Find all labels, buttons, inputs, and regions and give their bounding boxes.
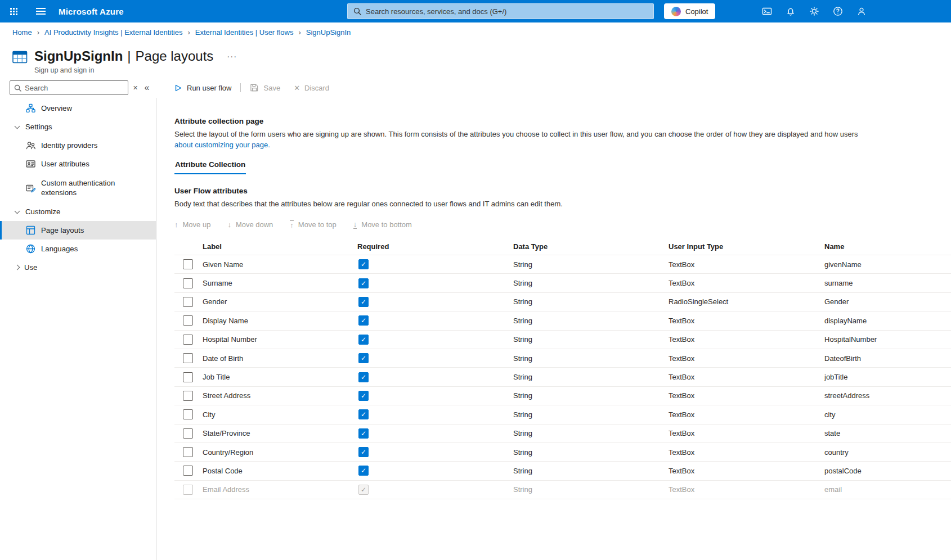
page-layouts-icon bbox=[26, 225, 35, 235]
sidebar-item-identity-providers[interactable]: Identity providers bbox=[0, 136, 156, 155]
overview-icon bbox=[26, 103, 35, 113]
attributes-table-header: Label Required Data Type User Input Type… bbox=[174, 238, 951, 255]
required-checkbox[interactable] bbox=[358, 409, 369, 419]
row-label: Date of Birth bbox=[203, 354, 357, 363]
customize-page-link[interactable]: about customizing your page. bbox=[174, 139, 270, 150]
required-checkbox[interactable] bbox=[358, 297, 369, 307]
sidebar-search-input[interactable] bbox=[25, 84, 124, 92]
row-select-checkbox[interactable] bbox=[183, 428, 193, 439]
help-button[interactable] bbox=[826, 0, 850, 22]
row-data-type: String bbox=[513, 297, 669, 306]
row-select-checkbox[interactable] bbox=[183, 447, 193, 457]
row-user-input-type: TextBox bbox=[669, 260, 824, 269]
table-row: Hospital Number String TextBox HospitalN… bbox=[174, 331, 951, 349]
row-label: Postal Code bbox=[203, 467, 357, 475]
breadcrumb-user-flows[interactable]: External Identities | User flows bbox=[195, 28, 294, 37]
sidebar-group-settings[interactable]: Settings bbox=[0, 118, 156, 136]
row-data-type: String bbox=[513, 448, 669, 457]
sidebar-item-custom-auth-extensions[interactable]: Custom authentication extensions bbox=[0, 173, 156, 202]
row-data-type: String bbox=[513, 391, 669, 400]
move-to-top-button[interactable]: ↑ Move to top bbox=[290, 220, 336, 229]
custom-auth-extensions-icon bbox=[26, 183, 35, 193]
table-row: State/Province String TextBox state bbox=[174, 424, 951, 443]
content-area: Run user flow Save ✕ Discard Attribute c… bbox=[156, 78, 951, 560]
required-checkbox[interactable] bbox=[358, 278, 369, 288]
required-checkbox[interactable] bbox=[358, 335, 369, 345]
breadcrumb-external-identities[interactable]: AI Productivity Insights | External Iden… bbox=[44, 28, 182, 37]
row-select-checkbox[interactable] bbox=[183, 335, 193, 345]
product-title: Microsoft Azure bbox=[59, 7, 124, 16]
required-checkbox[interactable] bbox=[358, 391, 369, 401]
breadcrumb-separator: › bbox=[37, 28, 39, 37]
chevron-down-icon bbox=[15, 123, 20, 129]
gear-icon bbox=[809, 6, 819, 16]
table-row: Surname String TextBox surname bbox=[174, 274, 951, 292]
required-checkbox[interactable] bbox=[358, 353, 369, 363]
move-toolbar: ↑ Move up ↓ Move down ↑ Move to top ↓ Mo… bbox=[174, 216, 951, 232]
row-label: City bbox=[203, 410, 357, 419]
row-select-checkbox[interactable] bbox=[183, 466, 193, 476]
sidebar-item-label: Page layouts bbox=[41, 226, 84, 234]
row-select-checkbox[interactable] bbox=[183, 409, 193, 419]
cloud-shell-button[interactable] bbox=[755, 0, 779, 22]
required-checkbox[interactable] bbox=[358, 428, 369, 439]
collapse-sidebar-button[interactable]: « bbox=[142, 83, 151, 93]
move-to-bottom-button[interactable]: ↓ Move to bottom bbox=[353, 220, 412, 229]
row-select-checkbox[interactable] bbox=[183, 353, 193, 363]
hamburger-menu-button[interactable] bbox=[27, 0, 54, 22]
sidebar-search[interactable] bbox=[10, 80, 128, 95]
move-up-button[interactable]: ↑ Move up bbox=[174, 220, 210, 229]
required-checkbox[interactable] bbox=[358, 259, 369, 269]
attributes-table: Label Required Data Type User Input Type… bbox=[174, 238, 951, 499]
save-button[interactable]: Save bbox=[250, 83, 280, 92]
row-select-checkbox[interactable] bbox=[183, 372, 193, 382]
sidebar-item-page-layouts[interactable]: Page layouts bbox=[0, 221, 156, 240]
notifications-button[interactable] bbox=[779, 0, 802, 22]
required-checkbox[interactable] bbox=[358, 372, 369, 382]
command-bar-divider bbox=[240, 83, 241, 92]
sidebar-item-languages[interactable]: Languages bbox=[0, 240, 156, 258]
discard-button[interactable]: ✕ Discard bbox=[294, 84, 329, 92]
global-search-input[interactable] bbox=[366, 7, 648, 16]
required-checkbox[interactable] bbox=[358, 447, 369, 457]
copilot-button[interactable]: Copilot bbox=[664, 3, 715, 19]
breadcrumb-signupsignin[interactable]: SignUpSignIn bbox=[306, 28, 351, 37]
run-user-flow-button[interactable]: Run user flow bbox=[174, 84, 231, 92]
sidebar-item-user-attributes[interactable]: User attributes bbox=[0, 155, 156, 173]
app-launcher-button[interactable] bbox=[0, 0, 27, 22]
arrow-to-top-icon: ↑ bbox=[290, 220, 294, 229]
move-down-button[interactable]: ↓ Move down bbox=[227, 220, 273, 229]
row-data-type: String bbox=[513, 429, 669, 437]
feedback-button[interactable] bbox=[850, 0, 873, 22]
more-button[interactable]: ··· bbox=[227, 53, 237, 59]
tab-attribute-collection[interactable]: Attribute Collection bbox=[174, 158, 246, 174]
row-select-checkbox[interactable] bbox=[183, 391, 193, 401]
row-select-checkbox[interactable] bbox=[183, 297, 193, 307]
row-data-type: String bbox=[513, 373, 669, 381]
sidebar-group-customize[interactable]: Customize bbox=[0, 202, 156, 221]
row-data-type: String bbox=[513, 410, 669, 419]
title-separator: | bbox=[127, 48, 131, 64]
sidebar-group-use[interactable]: Use bbox=[0, 258, 156, 277]
row-name: displayName bbox=[824, 317, 951, 325]
settings-button[interactable] bbox=[802, 0, 826, 22]
header-user-input-type: User Input Type bbox=[669, 242, 824, 251]
row-select-checkbox[interactable] bbox=[183, 315, 193, 326]
required-checkbox[interactable] bbox=[358, 466, 369, 476]
required-checkbox bbox=[358, 485, 369, 495]
row-select-checkbox[interactable] bbox=[183, 259, 193, 269]
move-down-label: Move down bbox=[236, 220, 273, 229]
clear-search-button[interactable]: ✕ bbox=[132, 84, 139, 92]
discard-icon: ✕ bbox=[294, 84, 300, 92]
app-launcher-icon bbox=[10, 8, 12, 10]
sidebar-item-overview[interactable]: Overview bbox=[0, 99, 156, 118]
required-checkbox[interactable] bbox=[358, 315, 369, 326]
chevron-right-icon bbox=[15, 265, 20, 270]
row-name: DateofBirth bbox=[824, 354, 951, 363]
global-search[interactable] bbox=[347, 3, 654, 19]
languages-icon bbox=[26, 244, 35, 254]
breadcrumb-home[interactable]: Home bbox=[12, 28, 32, 37]
discard-label: Discard bbox=[304, 84, 329, 92]
row-select-checkbox[interactable] bbox=[183, 278, 193, 288]
arrow-up-icon: ↑ bbox=[174, 221, 178, 228]
